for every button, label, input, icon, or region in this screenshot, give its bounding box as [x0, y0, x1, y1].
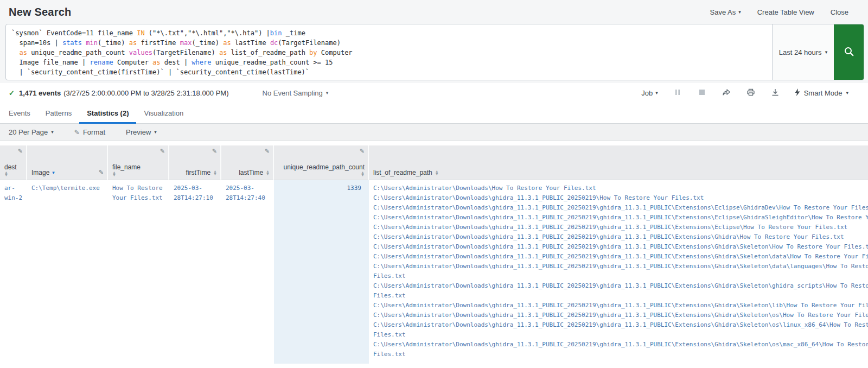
caret-down-icon: ▾ [655, 91, 658, 96]
column-header-Image[interactable]: ✎Image▾ [27, 145, 108, 180]
path-value[interactable]: C:\Users\Administrator\Downloads\ghidra_… [373, 262, 868, 281]
format-label: Format [83, 128, 105, 136]
job-menu-button[interactable]: Job▾ [641, 89, 658, 97]
column-header-list_of_readme_path[interactable]: list_of_readme_path▲▼ [369, 145, 868, 180]
tab-events[interactable]: Events [1, 103, 38, 123]
sort-arrows-icon: ▲▼ [361, 171, 365, 176]
share-button[interactable] [722, 88, 731, 98]
search-icon [844, 46, 854, 59]
search-button[interactable] [834, 24, 864, 80]
job-controls: Job▾ Smart Mode ▾ [641, 88, 848, 98]
column-label: lastTime [239, 169, 263, 176]
sort-arrows-icon: ▲▼ [112, 171, 116, 176]
query-line: Image file_name | rename Computer as des… [11, 58, 767, 67]
cell-first-time[interactable]: 2025-03-28T14:27:10 [169, 180, 221, 364]
event-sampling-dropdown[interactable]: No Event Sampling ▾ [263, 89, 329, 97]
column-header-file_name[interactable]: ✎file_name▲▼ [108, 145, 169, 180]
share-icon [722, 88, 731, 98]
per-page-label: 20 Per Page [9, 128, 48, 136]
edit-column-icon[interactable]: ✎ [360, 148, 365, 154]
edit-column-icon[interactable]: ✎ [18, 148, 23, 154]
caret-down-icon: ▾ [738, 10, 741, 15]
print-button[interactable] [746, 88, 756, 98]
pencil-icon: ✎ [74, 129, 80, 136]
path-value[interactable]: C:\Users\Administrator\Downloads\ghidra_… [373, 193, 868, 203]
path-value[interactable]: C:\Users\Administrator\Downloads\ghidra_… [373, 281, 868, 301]
sort-arrows-icon: ▲▼ [213, 170, 217, 175]
statistics-table-container: ✎dest▲▼✎Image▾✎file_name▲▼✎firstTime▲▼✎l… [0, 141, 868, 364]
search-query-input[interactable]: `sysmon` EventCode=11 file_name IN ("*\.… [6, 24, 772, 80]
edit-column-icon[interactable]: ✎ [212, 148, 217, 154]
save-as-button[interactable]: Save As▾ [710, 8, 741, 16]
cell-value: C:\Temp\termite.exe [31, 185, 100, 192]
path-value[interactable]: C:\Users\Administrator\Downloads\ghidra_… [373, 320, 868, 340]
query-line: `sysmon` EventCode=11 file_name IN ("*\.… [11, 28, 767, 38]
topbar-actions: Save As▾ Create Table View Close [693, 8, 848, 16]
create-table-view-button[interactable]: Create Table View [757, 8, 814, 16]
export-button[interactable] [770, 88, 780, 98]
check-icon: ✓ [9, 89, 15, 97]
event-sampling-label: No Event Sampling [263, 89, 323, 97]
path-value[interactable]: C:\Users\Administrator\Downloads\ghidra_… [373, 232, 868, 242]
per-page-dropdown[interactable]: 20 Per Page▾ [9, 128, 54, 136]
column-label: Image [31, 169, 49, 176]
path-value[interactable]: C:\Users\Administrator\Downloads\ghidra_… [373, 301, 868, 310]
query-line: as unique_readme_path_count values(Targe… [11, 48, 767, 58]
column-header-firstTime[interactable]: ✎firstTime▲▼ [169, 145, 221, 180]
edit-column-icon[interactable]: ✎ [160, 148, 165, 154]
path-value[interactable]: C:\Users\Administrator\Downloads\ghidra_… [373, 242, 868, 252]
edit-column-icon[interactable]: ✎ [99, 169, 104, 175]
cell-dest[interactable]: ar-win-2 [0, 180, 27, 364]
format-button[interactable]: ✎Format [74, 128, 105, 136]
stop-button[interactable] [697, 88, 707, 98]
caret-down-icon: ▾ [825, 50, 828, 55]
time-range-picker[interactable]: Last 24 hours ▾ [772, 24, 834, 80]
caret-down-icon: ▾ [51, 130, 54, 135]
path-value[interactable]: C:\Users\Administrator\Downloads\ghidra_… [373, 252, 868, 262]
path-value[interactable]: C:\Users\Administrator\Downloads\ghidra_… [373, 213, 868, 223]
column-header-unique_readme_path_count[interactable]: ✎unique_readme_path_count▲▼ [274, 145, 369, 180]
create-table-view-label: Create Table View [757, 8, 814, 16]
column-header-lastTime[interactable]: ✎lastTime▲▼ [221, 145, 274, 180]
cell-value: 2025-03-28T14:27:40 [226, 185, 265, 201]
cell-image[interactable]: C:\Temp\termite.exe [27, 180, 108, 364]
table-row: ar-win-2C:\Temp\termite.exeHow To Restor… [0, 180, 868, 364]
preview-dropdown[interactable]: Preview▾ [126, 128, 157, 136]
lightning-bolt-icon [795, 88, 800, 98]
query-line: span=10s | stats min(_time) as firstTime… [11, 38, 767, 48]
close-button[interactable]: Close [831, 8, 848, 16]
export-icon [771, 88, 780, 98]
sort-arrows-icon: ▲▼ [435, 170, 439, 175]
path-value[interactable]: C:\Users\Administrator\Downloads\ghidra_… [373, 340, 868, 359]
tab-patterns[interactable]: Patterns [38, 103, 79, 123]
path-value[interactable]: C:\Users\Administrator\Downloads\ghidra_… [373, 203, 868, 213]
stop-icon [699, 89, 705, 97]
splunk-search-page: New Search Save As▾ Create Table View Cl… [0, 0, 868, 368]
topbar: New Search Save As▾ Create Table View Cl… [0, 0, 868, 24]
path-value[interactable]: C:\Users\Administrator\Downloads\ghidra_… [373, 223, 868, 232]
cell-list-of-readme-path[interactable]: C:\Users\Administrator\Downloads\How To … [369, 180, 868, 364]
pause-icon [674, 88, 681, 98]
column-header-dest[interactable]: ✎dest▲▼ [0, 145, 27, 180]
tab-statistics-2[interactable]: Statistics (2) [79, 103, 136, 123]
results-tabs: EventsPatternsStatistics (2)Visualizatio… [0, 103, 868, 124]
smart-mode-label: Smart Mode [804, 89, 843, 97]
cell-last-time[interactable]: 2025-03-28T14:27:40 [221, 180, 274, 364]
tab-visualization[interactable]: Visualization [136, 103, 191, 123]
job-label: Job [641, 89, 653, 97]
pause-button[interactable] [673, 88, 682, 98]
close-label: Close [831, 8, 848, 16]
job-status-bar: ✓ 1,471 events (3/27/25 2:00:00.000 PM t… [0, 83, 868, 103]
sort-arrows-icon: ▲▼ [4, 171, 8, 176]
smart-mode-dropdown[interactable]: Smart Mode ▾ [795, 88, 848, 98]
path-value[interactable]: C:\Users\Administrator\Downloads\How To … [373, 183, 868, 193]
edit-column-icon[interactable]: ✎ [265, 148, 270, 154]
time-range-label: Last 24 hours [779, 48, 822, 56]
cell-value: ar-win-2 [4, 185, 22, 201]
cell-file-name[interactable]: How To Restore Your Files.txt [108, 180, 169, 364]
path-value[interactable]: C:\Users\Administrator\Downloads\ghidra_… [373, 310, 868, 320]
cell-unique-readme-path-count[interactable]: 1339 [274, 180, 369, 364]
sort-desc-icon: ▾ [52, 170, 55, 175]
save-as-label: Save As [710, 8, 736, 16]
table-controls: 20 Per Page▾ ✎Format Preview▾ [0, 124, 868, 141]
